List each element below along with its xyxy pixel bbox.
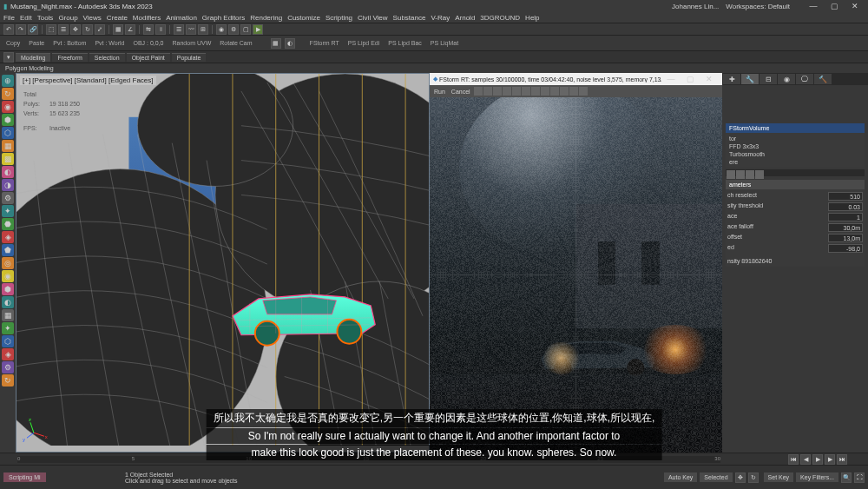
modifier-item-2[interactable]: Turbosmooth: [727, 150, 863, 158]
fstorm-titlebar[interactable]: ◆ FStorm RT: samples 30/100000, time 03/…: [430, 73, 722, 85]
menu-rendering[interactable]: Rendering: [250, 14, 282, 22]
cp-tab-utilities[interactable]: 🔨: [814, 74, 832, 84]
lt-icon-9[interactable]: ⚙: [2, 192, 14, 204]
redo-icon[interactable]: ↷: [16, 24, 26, 35]
workspace-dropdown[interactable]: Workspaces: Default: [726, 3, 790, 10]
menu-edit[interactable]: Edit: [20, 14, 32, 22]
mod-btn-3[interactable]: [746, 170, 754, 179]
lt-icon-13[interactable]: ⬟: [2, 244, 14, 256]
lt-icon-22[interactable]: ⚙: [2, 361, 14, 373]
workspace-user[interactable]: Johannes Lin...: [672, 3, 719, 10]
fstorm-tb-9[interactable]: [550, 87, 559, 96]
scripting-listener[interactable]: Scripting Mi: [3, 472, 46, 482]
modifier-item-0[interactable]: tor: [727, 135, 863, 142]
menu-animation[interactable]: Animation: [166, 14, 197, 22]
params-header[interactable]: ameters: [726, 180, 865, 189]
link-icon[interactable]: 🔗: [28, 24, 38, 35]
fstorm-tb-2[interactable]: [483, 87, 492, 96]
lt-icon-18[interactable]: ▦: [2, 309, 14, 321]
ribbon-ic2[interactable]: ◐: [285, 38, 295, 49]
fstorm-tb-5[interactable]: [512, 87, 521, 96]
mod-btn-4[interactable]: [755, 170, 764, 179]
menu-vray[interactable]: V-Ray: [431, 14, 450, 22]
param-input-2[interactable]: [828, 213, 863, 221]
param-input-4[interactable]: [828, 234, 863, 242]
lt-icon-20[interactable]: ⬡: [2, 335, 14, 347]
lt-icon-12[interactable]: ◈: [2, 231, 14, 243]
cp-tab-hierarchy[interactable]: ⊟: [760, 74, 777, 84]
lt-icon-21[interactable]: ◈: [2, 348, 14, 360]
menu-file[interactable]: File: [3, 14, 15, 22]
fstorm-render-view[interactable]: [430, 97, 722, 453]
param-input-1[interactable]: [828, 202, 863, 211]
select-name-icon[interactable]: ☰: [58, 24, 69, 35]
ts-goto-end-icon[interactable]: ⏭: [837, 454, 847, 465]
rotate-icon[interactable]: ↻: [82, 24, 93, 35]
modifier-item-3[interactable]: ere: [727, 158, 863, 166]
move-icon[interactable]: ✥: [70, 24, 81, 35]
fstorm-tb-7[interactable]: [531, 87, 540, 96]
mod-btn-2[interactable]: [736, 170, 745, 179]
fstorm-tb-4[interactable]: [503, 87, 511, 96]
fstorm-tb-1[interactable]: [474, 87, 483, 96]
lt-icon-2[interactable]: ◉: [2, 101, 14, 113]
ribbon-tab-ps3[interactable]: PS LiqMat: [428, 40, 461, 46]
fstorm-run[interactable]: Run: [431, 89, 448, 95]
lt-icon-16[interactable]: ⬢: [2, 283, 14, 295]
fstorm-minimize[interactable]: —: [661, 74, 681, 84]
scale-icon[interactable]: ⤢: [95, 24, 105, 35]
viewport-perspective[interactable]: [+] [Perspective] [Standard] [Edged Face…: [16, 73, 430, 453]
param-input-0[interactable]: [828, 192, 863, 201]
viewport-canvas[interactable]: x z y: [16, 74, 429, 446]
ribbon-random-uvw[interactable]: Random UVW: [170, 40, 214, 46]
ribbon-tab-ps1[interactable]: PS Lipd Edi: [345, 40, 383, 46]
fstorm-close[interactable]: ✕: [700, 74, 719, 84]
tab-freeform[interactable]: Freeform: [52, 53, 87, 62]
lt-icon-14[interactable]: ◎: [2, 257, 14, 269]
menu-modifiers[interactable]: Modifiers: [133, 14, 161, 22]
ribbon-paste[interactable]: Paste: [26, 40, 47, 46]
mod-btn-1[interactable]: [727, 170, 735, 179]
modifier-item-1[interactable]: FFD 3x3x3: [727, 142, 863, 150]
graphite-expand-icon[interactable]: ▾: [3, 52, 14, 63]
cp-tab-motion[interactable]: ◉: [778, 74, 795, 84]
select-icon[interactable]: ⬚: [46, 24, 56, 35]
ribbon-copy[interactable]: Copy: [3, 40, 23, 46]
ribbon-pvt-world[interactable]: Pvt : World: [92, 40, 127, 46]
nav-orbit-icon[interactable]: ↻: [748, 472, 759, 483]
render-frame-icon[interactable]: ▢: [240, 24, 251, 35]
lt-icon-8[interactable]: ◑: [2, 179, 14, 191]
tab-modeling[interactable]: Modeling: [16, 53, 50, 62]
align-icon[interactable]: ⫴: [155, 24, 166, 35]
render-setup-icon[interactable]: ⚙: [228, 24, 239, 35]
lt-icon-6[interactable]: ▩: [2, 153, 14, 165]
fstorm-tb-6[interactable]: [522, 87, 530, 96]
ts-goto-start-icon[interactable]: ⏮: [788, 454, 799, 465]
render-icon[interactable]: ▶: [253, 24, 263, 35]
ts-next-frame-icon[interactable]: ▶: [825, 454, 835, 465]
ribbon-tab-fstorm[interactable]: FStorm RT: [307, 40, 342, 46]
modifier-stack-header[interactable]: FStormVolume: [726, 123, 865, 133]
tab-selection[interactable]: Selection: [89, 53, 125, 62]
maximize-button[interactable]: ▢: [825, 1, 844, 11]
modifier-stack[interactable]: tor FFD 3x3x3 Turbosmooth ere: [726, 133, 865, 168]
setkey-button[interactable]: Set Key: [764, 472, 794, 482]
fstorm-cancel[interactable]: Cancel: [449, 89, 473, 95]
material-editor-icon[interactable]: ◉: [216, 24, 227, 35]
nav-pan-icon[interactable]: ✥: [735, 472, 746, 483]
keyfilters-button[interactable]: Key Filters...: [796, 472, 838, 482]
angle-snap-icon[interactable]: ∠: [125, 24, 135, 35]
nav-zoom-icon[interactable]: 🔍: [841, 472, 852, 483]
curve-editor-icon[interactable]: 〰: [186, 24, 196, 35]
menu-create[interactable]: Create: [107, 14, 128, 22]
tab-objectpaint[interactable]: Object Paint: [127, 53, 170, 62]
snap-icon[interactable]: ▦: [113, 24, 123, 35]
lt-icon-4[interactable]: ⬡: [2, 127, 14, 139]
close-button[interactable]: ✕: [845, 1, 865, 11]
menu-3dground[interactable]: 3DGROUND: [480, 14, 520, 22]
lt-icon-23[interactable]: ↻: [2, 374, 14, 387]
menu-group[interactable]: Group: [58, 14, 77, 22]
cp-tab-display[interactable]: 🖵: [796, 74, 813, 84]
fstorm-maximize[interactable]: ▢: [681, 74, 700, 84]
selected-button[interactable]: Selected: [700, 472, 732, 482]
